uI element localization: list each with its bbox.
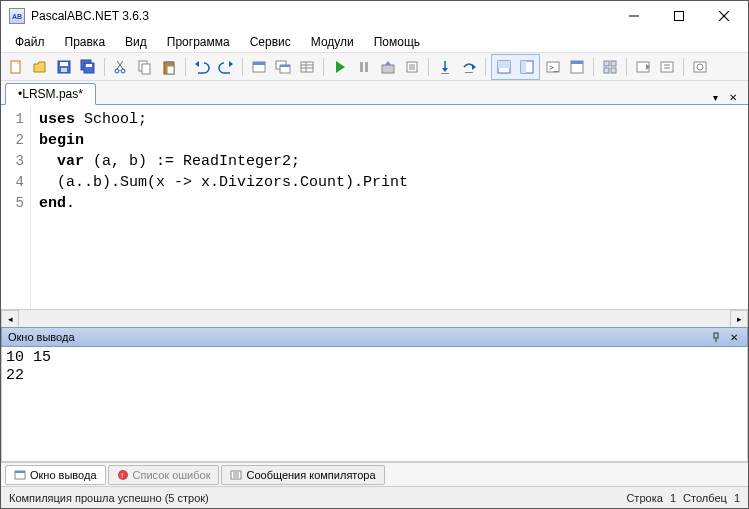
menu-service[interactable]: Сервис [240, 33, 301, 51]
tab-icon [14, 469, 26, 481]
compile-icon[interactable] [401, 56, 423, 78]
svg-text:!: ! [121, 471, 123, 480]
menu-edit[interactable]: Правка [55, 33, 116, 51]
code-text: School; [75, 111, 147, 128]
error-icon: ! [117, 469, 129, 481]
code-text: (a, b) := ReadInteger2; [84, 153, 300, 170]
close-button[interactable] [701, 2, 746, 30]
panel-close-icon[interactable]: ✕ [727, 330, 741, 344]
tab-close-icon[interactable]: ✕ [726, 90, 740, 104]
paste-icon[interactable] [158, 56, 180, 78]
svg-marker-43 [472, 64, 476, 70]
toolbar-separator [185, 58, 186, 76]
tab-file[interactable]: •LRSM.pas* [5, 83, 96, 105]
window-title: PascalABC.NET 3.6.3 [31, 9, 611, 23]
new-file-icon[interactable] [5, 56, 27, 78]
svg-marker-32 [336, 61, 345, 73]
svg-text:>_: >_ [549, 63, 559, 72]
layout2-icon[interactable] [516, 56, 538, 78]
svg-marker-21 [195, 61, 199, 67]
redo-icon[interactable] [215, 56, 237, 78]
save-all-icon[interactable] [77, 56, 99, 78]
tabbar: •LRSM.pas* ▾ ✕ [1, 81, 748, 105]
console-icon[interactable]: >_ [542, 56, 564, 78]
grid-icon[interactable] [599, 56, 621, 78]
save-icon[interactable] [53, 56, 75, 78]
code-text [39, 153, 57, 170]
run-icon[interactable] [329, 56, 351, 78]
bottom-tab-output[interactable]: Окно вывода [5, 465, 106, 485]
step-into-icon[interactable] [434, 56, 456, 78]
svg-rect-11 [86, 64, 92, 67]
window1-icon[interactable] [248, 56, 270, 78]
minimize-button[interactable] [611, 2, 656, 30]
bottom-tab-errors[interactable]: ! Список ошибок [108, 465, 220, 485]
toolbar-separator [683, 58, 684, 76]
svg-rect-46 [498, 61, 510, 68]
svg-rect-33 [360, 62, 363, 72]
status-row-label: Строка [626, 492, 662, 504]
tab-dropdown-icon[interactable]: ▾ [708, 90, 722, 104]
list-icon [230, 469, 242, 481]
scroll-left-icon[interactable]: ◂ [1, 310, 19, 328]
output-panel-body[interactable]: 10 15 22 [1, 347, 748, 462]
code-keyword: uses [39, 111, 75, 128]
menu-program[interactable]: Программа [157, 33, 240, 51]
bottom-tab-label: Список ошибок [133, 469, 211, 481]
scroll-track[interactable] [19, 310, 730, 328]
scroll-right-icon[interactable]: ▸ [730, 310, 748, 328]
line-number: 2 [1, 130, 24, 151]
layout-group [491, 54, 540, 80]
code-text: (a..b).Sum(x -> x.Divizors.Count).Print [39, 174, 408, 191]
menu-modules[interactable]: Модули [301, 33, 364, 51]
tool-c-icon[interactable] [689, 56, 711, 78]
svg-rect-55 [604, 68, 609, 73]
menu-file[interactable]: Файл [5, 33, 55, 51]
menu-help[interactable]: Помощь [364, 33, 430, 51]
window2-icon[interactable] [272, 56, 294, 78]
svg-rect-27 [280, 65, 290, 67]
pause-icon[interactable] [353, 56, 375, 78]
layout1-icon[interactable] [493, 56, 515, 78]
svg-rect-1 [674, 12, 683, 21]
svg-line-3 [719, 11, 729, 21]
maximize-button[interactable] [656, 2, 701, 30]
tool-b-icon[interactable] [656, 56, 678, 78]
status-row-value: 1 [670, 492, 676, 504]
svg-rect-44 [465, 72, 473, 73]
open-file-icon[interactable] [29, 56, 51, 78]
code-keyword: begin [39, 132, 84, 149]
undo-icon[interactable] [191, 56, 213, 78]
cut-icon[interactable] [110, 56, 132, 78]
step-over-icon[interactable] [458, 56, 480, 78]
bottom-tab-compiler[interactable]: Сообщения компилятора [221, 465, 384, 485]
tool-a-icon[interactable] [632, 56, 654, 78]
toolbar-separator [242, 58, 243, 76]
svg-rect-19 [166, 61, 172, 64]
app-icon: AB [9, 8, 25, 24]
line-gutter: 1 2 3 4 5 [1, 105, 31, 309]
toolbar: >_ [1, 53, 748, 81]
pin-icon[interactable] [709, 330, 723, 344]
titlebar: AB PascalABC.NET 3.6.3 [1, 1, 748, 31]
svg-rect-52 [571, 61, 583, 64]
menu-view[interactable]: Вид [115, 33, 157, 51]
build-icon[interactable] [377, 56, 399, 78]
svg-rect-42 [441, 73, 449, 74]
output-panel-header: Окно вывода ✕ [1, 327, 748, 347]
horizontal-scrollbar[interactable]: ◂ ▸ [1, 309, 748, 327]
statusbar: Компиляция прошла успешно (5 строк) Стро… [1, 486, 748, 508]
svg-point-14 [115, 69, 119, 73]
toolbar-separator [428, 58, 429, 76]
code-text: . [66, 195, 75, 212]
toolbar-separator [485, 58, 486, 76]
bottom-tabs: Окно вывода ! Список ошибок Сообщения ко… [1, 462, 748, 486]
copy-icon[interactable] [134, 56, 156, 78]
code-editor[interactable]: uses School; begin var (a, b) := ReadInt… [31, 105, 748, 309]
form-icon[interactable] [566, 56, 588, 78]
svg-rect-53 [604, 61, 609, 66]
svg-marker-41 [442, 68, 448, 72]
properties-icon[interactable] [296, 56, 318, 78]
svg-rect-20 [167, 66, 174, 74]
line-number: 5 [1, 193, 24, 214]
